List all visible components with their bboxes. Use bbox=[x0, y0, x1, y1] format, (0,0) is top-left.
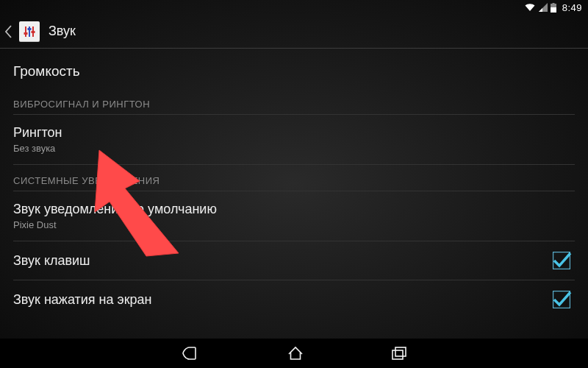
row-touch-sounds-label: Звук нажатия на экран bbox=[13, 292, 152, 308]
back-icon[interactable] bbox=[3, 23, 15, 40]
action-bar: Звук bbox=[0, 15, 588, 49]
settings-list: Громкость ВИБРОСИГНАЛ И РИНГТОН Рингтон … bbox=[0, 49, 588, 319]
signal-icon bbox=[539, 3, 548, 12]
row-key-sounds[interactable]: Звук клавиш bbox=[13, 241, 575, 280]
row-ringtone-sub: Без звука bbox=[13, 143, 575, 154]
svg-rect-8 bbox=[32, 31, 35, 33]
checkbox-touch-sounds[interactable] bbox=[553, 291, 570, 308]
nav-home-icon[interactable] bbox=[287, 346, 304, 361]
svg-rect-7 bbox=[28, 28, 32, 30]
row-key-sounds-label: Звук клавиш bbox=[13, 253, 90, 269]
svg-rect-1 bbox=[552, 3, 554, 4]
svg-rect-2 bbox=[551, 7, 556, 13]
svg-rect-6 bbox=[24, 32, 28, 35]
status-bar: 8:49 bbox=[0, 0, 588, 15]
sound-settings-icon[interactable] bbox=[19, 21, 40, 42]
row-ringtone-title: Рингтон bbox=[13, 125, 575, 141]
row-touch-sounds[interactable]: Звук нажатия на экран bbox=[13, 280, 575, 319]
svg-rect-10 bbox=[395, 347, 406, 356]
row-default-notification-sub: Pixie Dust bbox=[13, 219, 575, 230]
checkbox-key-sounds[interactable] bbox=[553, 252, 570, 269]
svg-rect-3 bbox=[25, 26, 26, 37]
nav-back-icon[interactable] bbox=[182, 346, 199, 361]
section-vibrate-ringtone: ВИБРОСИГНАЛ И РИНГТОН bbox=[13, 88, 575, 115]
svg-rect-9 bbox=[392, 350, 403, 359]
page-title: Звук bbox=[49, 24, 76, 39]
clock: 8:49 bbox=[562, 2, 582, 13]
wifi-icon bbox=[524, 3, 536, 12]
section-system-notifications: СИСТЕМНЫЕ УВЕДОМЛЕНИЯ bbox=[13, 165, 575, 191]
battery-icon bbox=[551, 3, 556, 13]
navigation-bar bbox=[0, 339, 588, 368]
row-default-notification-title: Звук уведомлений по умолчанию bbox=[13, 202, 575, 217]
row-default-notification[interactable]: Звук уведомлений по умолчанию Pixie Dust bbox=[13, 191, 575, 241]
row-ringtone[interactable]: Рингтон Без звука bbox=[13, 115, 575, 165]
row-volume-label: Громкость bbox=[13, 63, 80, 79]
row-volume[interactable]: Громкость bbox=[13, 49, 575, 88]
nav-recent-icon[interactable] bbox=[392, 346, 406, 361]
